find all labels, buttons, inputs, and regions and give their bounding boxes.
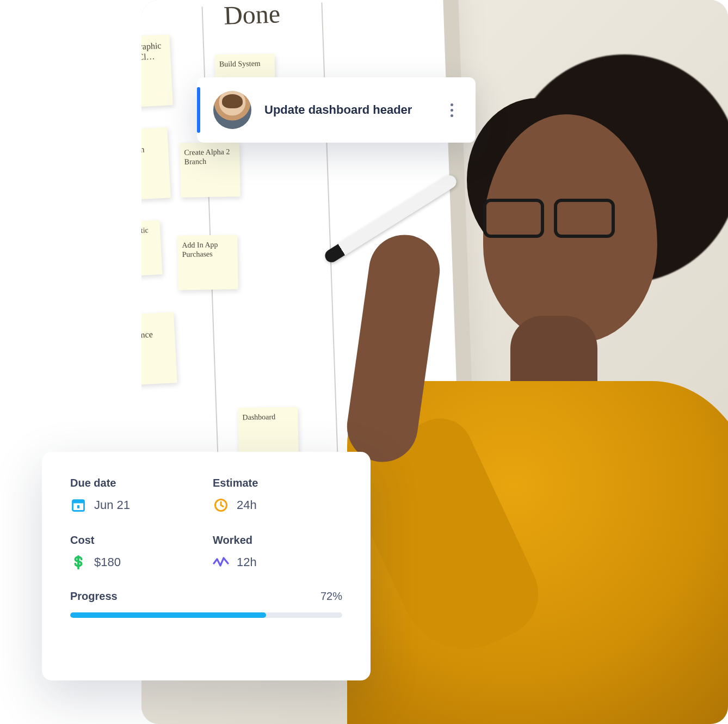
stat-value: Jun 21 — [94, 498, 130, 512]
dollar-icon — [70, 554, 87, 570]
stat-value: 12h — [237, 555, 257, 569]
svg-rect-2 — [77, 505, 79, 508]
stat-label: Due date — [70, 477, 200, 489]
clock-icon — [213, 497, 229, 513]
sticky-note: Migrate Graphic Assets to Cl… — [141, 34, 173, 109]
sticky-note: Create Alpha 2 Branch — [180, 142, 240, 198]
stat-progress: Progress 72% — [70, 590, 342, 618]
progress-percent: 72% — [320, 590, 342, 603]
sticky-note: Add In App Purchases — [177, 235, 238, 290]
more-options-icon[interactable] — [444, 99, 459, 121]
svg-rect-1 — [73, 500, 84, 504]
assignee-avatar[interactable] — [213, 91, 251, 129]
stat-estimate: Estimate 24h — [213, 477, 342, 513]
stat-due-date: Due date Jun 21 — [70, 477, 200, 513]
stat-label: Worked — [213, 534, 342, 547]
progress-bar[interactable] — [70, 612, 342, 618]
stat-value: 24h — [237, 498, 257, 512]
task-title: Update dashboard header — [264, 103, 444, 117]
progress-fill — [70, 612, 266, 618]
activity-icon — [213, 554, 229, 570]
sticky-note: Test New Performance Profiler — [141, 312, 177, 386]
stat-label: Estimate — [213, 477, 342, 489]
task-accent-bar — [197, 87, 200, 133]
whiteboard-column-title: Done — [223, 0, 281, 30]
stat-label: Cost — [70, 534, 200, 547]
sticky-note: Fix Automatic Build — [141, 220, 163, 278]
sticky-note: AI Image Recognition — [141, 127, 171, 201]
progress-label: Progress — [70, 590, 118, 603]
stat-worked: Worked 12h — [213, 534, 342, 570]
task-card[interactable]: Update dashboard header — [197, 77, 476, 143]
stat-cost: Cost $180 — [70, 534, 200, 570]
task-stats-card: Due date Jun 21 Estimate 24h Cost — [42, 452, 371, 680]
calendar-icon — [70, 497, 87, 513]
stat-value: $180 — [94, 555, 121, 569]
